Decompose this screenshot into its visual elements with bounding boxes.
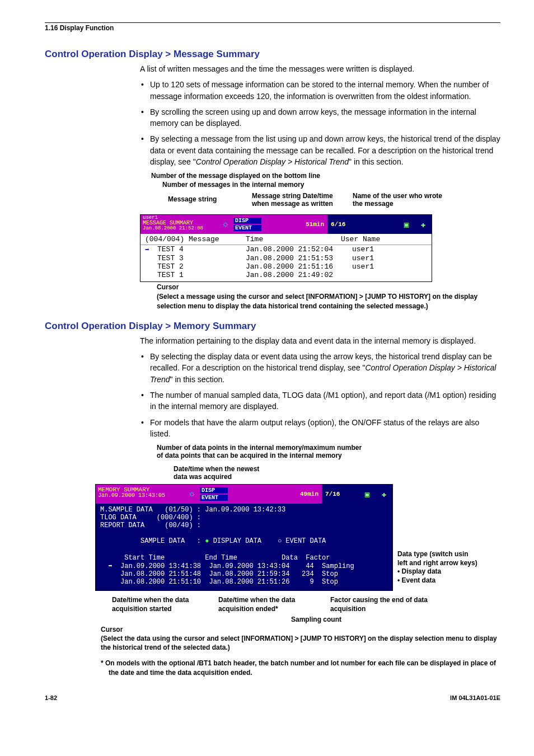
lbl-message-string: Message string [168, 195, 217, 203]
cursor-arrow-icon: ➡ [145, 245, 157, 254]
mem-bullet-1: By selecting the display data or event d… [140, 351, 500, 385]
cap-bottom-line: Number of the message displayed on the b… [151, 172, 500, 180]
cap-mem-date1: Date/time when the newest [174, 465, 500, 473]
cap-mem-top1: Number of data points in the internal me… [157, 444, 500, 452]
cap-mem-top2: of data points that can be acquired in t… [157, 452, 500, 459]
side-annot-datatype: Data type (switch usin left and right ar… [397, 550, 477, 585]
lbl-datetime: Message string Date/timewhen message as … [252, 192, 333, 208]
msg-bullet-3: By selecting a message from the list usi… [140, 133, 500, 167]
mem-line: M.SAMPLE DATA (01/50) : Jan.09.2000 13:4… [100, 506, 388, 514]
alarm-icon: ☼ [218, 215, 233, 234]
msg-bullet-1: Up to 120 sets of message information ca… [140, 79, 500, 102]
msg-columns: (004/004) Message Time User Name [140, 234, 432, 245]
mem-bullet-2: The number of manual sampled data, TLOG … [140, 389, 500, 412]
disp-event-tags: DISP EVENT [200, 485, 228, 504]
heading-message-summary: Control Operation Display > Message Summ… [45, 49, 500, 60]
cursor-label-2: Cursor [101, 625, 500, 634]
save-icon: ▣ [404, 220, 409, 229]
page-indicator: 7/16 [325, 491, 340, 497]
disp-event-tags: DISP EVENT [233, 215, 261, 234]
msg-row[interactable]: TEST 3 Jan.08.2000 21:51:53 user1 [140, 254, 432, 262]
annot-sampling-count: Sampling count [291, 615, 500, 624]
cursor-note-2: (Select the data using the cursor and se… [101, 634, 500, 652]
figure-memory-summary: MEMORY SUMMARY Jan.09.2000 13:43:05 ☼ DI… [95, 484, 393, 591]
mem-table-row[interactable]: Jan.08.2000 21:51:10 Jan.08.2000 21:51:2… [100, 578, 388, 586]
mem-table-header: Start Time End Time Data Factor [100, 554, 388, 562]
elapsed-time: 49min [228, 485, 322, 504]
heading-memory-summary: Control Operation Display > Memory Summa… [45, 321, 500, 332]
msg-row[interactable]: TEST 1 Jan.08.2000 21:49:02 [140, 271, 432, 281]
msg-intro: A list of written messages and the time … [140, 63, 500, 74]
save-icon: ▣ [365, 490, 369, 499]
figure-message-summary: user1 MESSAGE SUMMARY Jan.08.2000 21:52:… [140, 214, 432, 282]
msg-bullet-2: By scrolling the screen using up and dow… [140, 106, 500, 129]
mem-table-row[interactable]: ➡ Jan.09.2000 13:41:38 Jan.09.2000 13:43… [100, 562, 388, 570]
hdr-title-block: MEMORY SUMMARY Jan.09.2000 13:43:05 [96, 485, 184, 504]
msg-row[interactable]: ➡ TEST 4 Jan.08.2000 21:52:04 user1 [140, 245, 432, 254]
elapsed-time: 51min [261, 215, 327, 234]
page-indicator: 6/16 [331, 221, 345, 228]
mem-line: REPORT DATA (00/40) : [100, 522, 388, 529]
radio-on-icon: ● [205, 537, 209, 545]
mem-table-row[interactable]: Jan.08.2000 21:51:48 Jan.08.2000 21:59:3… [100, 570, 388, 578]
footnote: * On models with the optional /BT1 batch… [101, 659, 500, 678]
cursor-note: (Select a message using the cursor and s… [157, 292, 500, 310]
mem-intro: The information pertaining to the displa… [140, 335, 500, 346]
key-icon: ✚ [382, 490, 386, 499]
hdr-title-block: user1 MESSAGE SUMMARY Jan.08.2000 21:52:… [140, 215, 218, 234]
mem-line: TLOG DATA (000/400) : [100, 514, 388, 522]
mem-line-sample: SAMPLE DATA : ● DISPLAY DATA ○ EVENT DAT… [100, 529, 388, 553]
section-header: 1.16 Display Function [45, 24, 500, 32]
msg-row[interactable]: TEST 2 Jan.08.2000 21:51:16 user1 [140, 262, 432, 271]
doc-id: IM 04L31A01-01E [450, 694, 500, 701]
cursor-label: Cursor [157, 283, 500, 291]
page-number: 1-82 [45, 694, 57, 701]
radio-off-icon: ○ [278, 537, 282, 545]
key-icon: ✚ [421, 220, 425, 229]
mem-bullet-3: For models that have the alarm output re… [140, 417, 500, 440]
annot-start: Date/time when the dataacquisition start… [112, 595, 218, 613]
lbl-username: Name of the user who wrotethe message [353, 192, 442, 208]
cap-internal-count: Number of messages in the internal memor… [162, 181, 500, 189]
annot-end: Date/time when the dataacquisition ended… [218, 595, 330, 613]
cap-mem-date2: data was acquired [174, 473, 500, 481]
annot-factor: Factor causing the end of dataacquisitio… [330, 595, 439, 613]
alarm-icon: ☼ [184, 485, 200, 504]
